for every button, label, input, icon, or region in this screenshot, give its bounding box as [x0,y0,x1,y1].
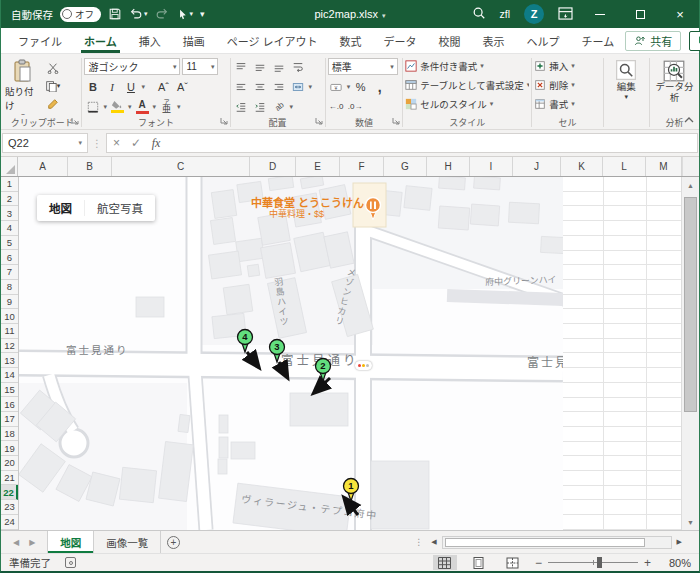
column-header-J[interactable]: J [513,157,561,176]
touch-mode-button[interactable]: ▾ [176,8,194,21]
new-sheet-button[interactable]: + [167,536,180,549]
scroll-down-icon[interactable]: ▼ [682,514,699,530]
formula-input[interactable] [166,133,698,153]
copy-button[interactable]: ▾ [44,77,61,94]
ribbon-tab-チーム[interactable]: チーム [571,28,626,53]
name-box[interactable]: Q22▾ [2,133,88,153]
decrease-font-button[interactable]: Aˇ [174,78,191,95]
enter-button[interactable]: ✓ [126,133,146,153]
row-header-12[interactable]: 12 [1,339,18,354]
increase-font-button[interactable]: Aˆ [155,78,172,95]
row-header-3[interactable]: 3 [1,206,18,221]
format-painter-button[interactable] [44,95,61,112]
grid-area[interactable]: 富士見通り富士見通り富士見府中グリーンハイ羽島ハイツメゾンヒカリヴィラージュ・テ… [19,177,681,530]
insert-function-button[interactable]: fx [146,133,166,153]
close-button[interactable]: × [667,2,693,26]
row-header-20[interactable]: 20 [1,456,18,471]
merge-center-button[interactable] [290,78,307,95]
row-header-7[interactable]: 7 [1,265,18,280]
cut-button[interactable] [44,59,61,76]
zoom-out-icon[interactable]: − [535,556,542,570]
row-header-22[interactable]: 22 [1,485,18,500]
align-left-button[interactable] [233,78,250,95]
paste-button[interactable]: 貼り付け▾ [5,57,41,115]
currency-format-button[interactable]: ¥ [328,78,345,95]
column-header-H[interactable]: H [427,157,470,176]
increase-indent-button[interactable] [252,98,269,115]
align-bottom-button[interactable] [271,58,288,75]
collapse-ribbon-icon[interactable] [684,114,694,126]
avatar[interactable]: Z [524,4,544,24]
row-header-2[interactable]: 2 [1,192,18,207]
ribbon-tab-数式[interactable]: 数式 [329,28,373,53]
decrease-indent-button[interactable] [233,98,250,115]
column-header-L[interactable]: L [603,157,646,176]
ribbon-display-options-icon[interactable] [558,7,573,22]
ribbon-tab-ヘルプ[interactable]: ヘルプ [516,28,571,53]
macro-record-icon[interactable] [65,557,76,568]
map-marker-3[interactable]: 3 [270,340,285,363]
row-header-21[interactable]: 21 [1,471,18,486]
align-center-button[interactable] [252,78,269,95]
map-type-satellite-button[interactable]: 航空写真 [84,200,155,216]
scroll-up-icon[interactable]: ▲ [682,177,699,193]
data-analysis-button[interactable]: データ分析 [654,57,694,104]
decrease-decimal-button[interactable]: .0→ [347,98,364,115]
sheet-tab-map[interactable]: 地図 [47,531,94,553]
map-image[interactable]: 富士見通り富士見通り富士見府中グリーンハイ羽島ハイツメゾンヒカリヴィラージュ・テ… [19,177,563,530]
format-cells-button[interactable]: 書式▾ [534,95,601,113]
page-break-view-button[interactable] [501,555,525,570]
column-header-D[interactable]: D [250,157,296,176]
column-header-C[interactable]: C [112,157,250,176]
autosave-toggle[interactable]: オフ [60,7,101,22]
conditional-formatting-button[interactable]: 条件付き書式▾ [405,57,529,75]
alignment-dialog-launcher-icon[interactable] [315,117,323,127]
font-size-select[interactable]: 11▾ [182,58,218,75]
ribbon-tab-描画[interactable]: 描画 [172,28,216,53]
map-marker-4[interactable]: 4 [238,330,253,353]
row-header-11[interactable]: 11 [1,324,18,339]
page-layout-view-button[interactable] [467,555,491,570]
ribbon-tab-ホーム[interactable]: ホーム [73,28,128,53]
font-dialog-launcher-icon[interactable] [220,117,228,127]
column-header-I[interactable]: I [470,157,513,176]
increase-decimal-button[interactable]: ←.0 [328,98,345,115]
comment-button[interactable]: コメント [689,31,700,51]
zoom-level[interactable]: 80% [661,557,691,569]
horizontal-scrollbar[interactable] [442,536,672,549]
delete-cells-button[interactable]: 削除▾ [534,76,601,94]
sheet-nav-left-icon[interactable]: ◀ [13,538,19,547]
orientation-button[interactable]: ab [271,98,288,115]
row-header-23[interactable]: 23 [1,500,18,515]
align-top-button[interactable] [233,58,250,75]
ribbon-tab-ファイル[interactable]: ファイル [7,28,73,53]
map-marker-1[interactable]: 1 [344,479,359,502]
align-middle-button[interactable] [252,58,269,75]
qat-customize-button[interactable]: ▾ [200,9,205,19]
row-header-16[interactable]: 16 [1,397,18,412]
map-type-map-button[interactable]: 地図 [37,200,84,216]
font-name-select[interactable]: 游ゴシック▾ [84,58,180,75]
tab-splitter-handle[interactable]: ⋮ [411,537,426,547]
row-header-9[interactable]: 9 [1,295,18,310]
ribbon-tab-校閲[interactable]: 校閲 [428,28,472,53]
column-header-A[interactable]: A [18,157,68,176]
column-header-M[interactable]: M [646,157,682,176]
wrap-text-button[interactable] [290,58,307,75]
search-icon[interactable] [472,6,486,22]
row-header-4[interactable]: 4 [1,221,18,236]
insert-cells-button[interactable]: 挿入▾ [534,57,601,75]
bold-button[interactable]: B [84,78,101,95]
minimize-button[interactable] [587,2,613,26]
percent-format-button[interactable]: % [352,78,369,95]
row-header-6[interactable]: 6 [1,250,18,265]
redo-button[interactable] [155,7,169,21]
cell-styles-button[interactable]: セルのスタイル▾ [405,95,529,113]
cancel-button[interactable]: × [106,133,126,153]
editing-menu-button[interactable]: 編集▾ [606,57,646,101]
zoom-thumb[interactable] [597,557,602,568]
format-as-table-button[interactable]: テーブルとして書式設定▾ [405,76,529,94]
underline-button[interactable]: U [122,78,139,95]
ribbon-tab-表示[interactable]: 表示 [472,28,516,53]
vertical-scrollbar[interactable]: ▲ ▼ [681,177,699,530]
